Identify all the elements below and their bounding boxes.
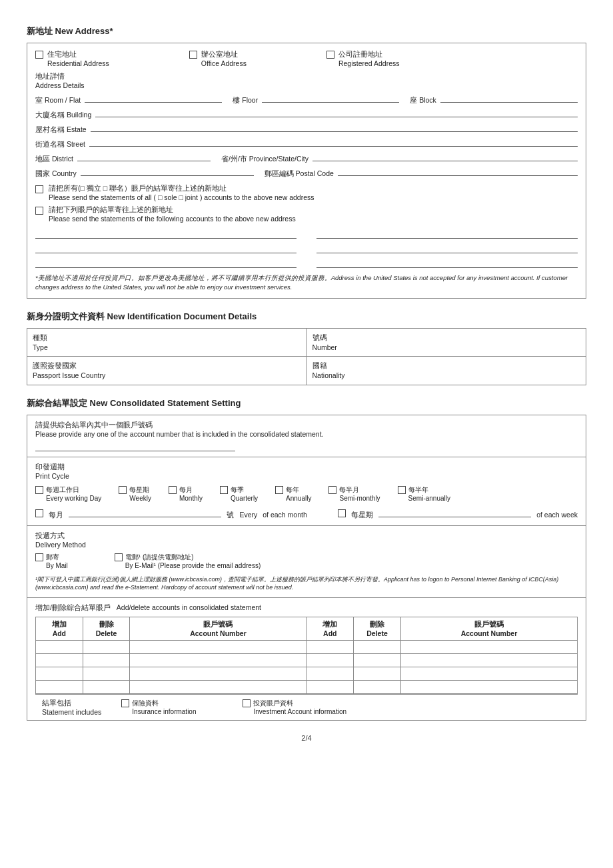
acct-right-1[interactable]	[400, 640, 577, 653]
acct-num-col-header-left: 眼戶號碼 Account Number	[130, 617, 306, 640]
address-details-label: 地址詳情 Address Details	[35, 72, 578, 89]
weekly-day-input[interactable]	[378, 508, 531, 517]
print-cycle-section: 印發週期 Print Cycle 每週工作日 Every working Day…	[27, 457, 586, 525]
add-cell-2[interactable]	[36, 653, 83, 667]
delete-cell-3[interactable]	[83, 667, 130, 680]
registered-addr-item: 公司註冊地址 Registered Address	[326, 50, 400, 68]
delivery-section: 投遞方式 Delivery Method 郵寄 By Mail 電郵¹ (請提供…	[27, 525, 586, 597]
add-cell-3[interactable]	[36, 667, 83, 680]
statement-includes-row: 結單包括 Statement includes 保險資料 Insurance i…	[35, 694, 578, 720]
print-cycle-en: Print Cycle	[35, 472, 578, 480]
add-cell-r3[interactable]	[306, 667, 354, 680]
delete-cell-2[interactable]	[83, 653, 130, 667]
monthly-every-zh: 每月	[49, 511, 63, 520]
office-checkbox[interactable]	[189, 51, 197, 59]
consolidated-acct-input[interactable]	[35, 442, 235, 451]
add-cell-r4[interactable]	[306, 680, 354, 693]
add-cell-4[interactable]	[36, 680, 83, 693]
account-line-3[interactable]	[35, 259, 297, 268]
postal-label: 郵區編碼 Postal Code	[265, 169, 334, 179]
office-label: 辦公室地址 Office Address	[201, 50, 247, 68]
cycle-semi-monthly: 每半月 Semi-monthly	[328, 485, 380, 503]
acct-left-3[interactable]	[130, 667, 306, 680]
following-accounts-checkbox[interactable]	[35, 207, 43, 215]
block-label: 座 Block	[410, 96, 436, 105]
room-label: 室 Room / Flat	[35, 96, 81, 105]
cycle-quarterly: 每季 Quarterly	[220, 485, 258, 503]
residential-label: 住宅地址 Residential Address	[47, 50, 109, 68]
floor-input[interactable]	[262, 93, 399, 103]
provide-en: Please provide any one of the account nu…	[35, 430, 578, 438]
monthly-num-checkbox[interactable]	[35, 509, 43, 517]
delivery-mail-checkbox[interactable]	[35, 553, 43, 561]
delete-cell-1[interactable]	[83, 640, 130, 653]
cycle-weekly-checkbox[interactable]	[119, 486, 127, 494]
acct-right-2[interactable]	[400, 653, 577, 667]
consolidated-box: 請提供綜合結單內其中一個眼戶號碼 Please provide any one …	[27, 415, 586, 721]
following-accounts-label: 請把下列眼戶的結單寄往上述的新地址 Please send the statem…	[49, 205, 296, 223]
add-cell-r1[interactable]	[306, 640, 354, 653]
cycle-quarterly-checkbox[interactable]	[220, 486, 228, 494]
addel-header-row: 增加 Add 刪除 Delete 眼戶號碼 Account Number 增加 …	[36, 617, 578, 640]
account-lines	[35, 229, 578, 268]
residential-checkbox[interactable]	[35, 51, 43, 59]
add-cell-r2[interactable]	[306, 653, 354, 667]
district-input[interactable]	[77, 152, 211, 161]
delivery-zh: 投遞方式	[35, 531, 578, 541]
monthly-of-month: of each month	[263, 511, 307, 519]
account-line-6[interactable]	[316, 259, 578, 268]
cycle-monthly: 每月 Monthly	[169, 485, 203, 503]
weekly-day-checkbox[interactable]	[338, 509, 346, 517]
cycle-working-day-checkbox[interactable]	[35, 486, 43, 494]
delivery-en: Delivery Method	[35, 541, 578, 549]
print-cycle-options: 每週工作日 Every working Day 每星期 Weekly 每月 Mo…	[35, 485, 578, 503]
weekly-every-zh: 每星期	[351, 511, 373, 520]
cycle-every-working-day: 每週工作日 Every working Day	[35, 485, 101, 503]
building-input[interactable]	[95, 108, 578, 117]
residential-addr-item: 住宅地址 Residential Address	[35, 50, 109, 68]
weekly-of-week: of each week	[536, 511, 578, 519]
registered-checkbox[interactable]	[326, 51, 334, 59]
province-input[interactable]	[312, 152, 578, 161]
delivery-email-checkbox[interactable]	[115, 553, 123, 561]
acct-right-3[interactable]	[400, 667, 577, 680]
cycle-monthly-checkbox[interactable]	[169, 486, 177, 494]
monthly-num-zh: 號	[227, 511, 234, 520]
delete-cell-r3[interactable]	[354, 667, 401, 680]
acct-right-4[interactable]	[400, 680, 577, 693]
insurance-checkbox[interactable]	[121, 699, 129, 707]
delete-cell-r2[interactable]	[354, 653, 401, 667]
block-input[interactable]	[440, 93, 578, 103]
addel-row-4	[36, 680, 578, 693]
provide-acct-section: 請提供綜合結單內其中一個眼戶號碼 Please provide any one …	[27, 415, 586, 457]
estate-input[interactable]	[91, 123, 578, 132]
cycle-semi-monthly-checkbox[interactable]	[328, 486, 336, 494]
monthly-num-input[interactable]	[69, 508, 221, 517]
print-cycle-zh: 印發週期	[35, 463, 578, 472]
delete-cell-r1[interactable]	[354, 640, 401, 653]
building-label: 大廈名稱 Building	[35, 111, 91, 120]
investment-checkbox[interactable]	[243, 699, 251, 707]
delete-cell-r4[interactable]	[354, 680, 401, 693]
add-cell-1[interactable]	[36, 640, 83, 653]
acct-left-4[interactable]	[130, 680, 306, 693]
acct-left-2[interactable]	[130, 653, 306, 667]
account-line-2[interactable]	[35, 244, 297, 253]
delivery-mail: 郵寄 By Mail	[35, 553, 68, 570]
cycle-annually-checkbox[interactable]	[275, 486, 283, 494]
cycle-semi-annually-checkbox[interactable]	[398, 486, 406, 494]
country-input[interactable]	[81, 167, 254, 176]
acct-left-1[interactable]	[130, 640, 306, 653]
delete-cell-4[interactable]	[83, 680, 130, 693]
floor-label: 樓 Floor	[233, 96, 258, 105]
room-input[interactable]	[85, 93, 222, 103]
account-line-4[interactable]	[316, 229, 578, 239]
all-accounts-checkbox[interactable]	[35, 185, 43, 193]
account-col-left	[35, 229, 297, 268]
street-label: 街道名稱 Street	[35, 140, 85, 149]
account-line-5[interactable]	[316, 244, 578, 253]
account-line-1[interactable]	[35, 229, 297, 239]
postal-input[interactable]	[338, 167, 578, 176]
street-input[interactable]	[89, 137, 578, 147]
addel-row-2	[36, 653, 578, 667]
